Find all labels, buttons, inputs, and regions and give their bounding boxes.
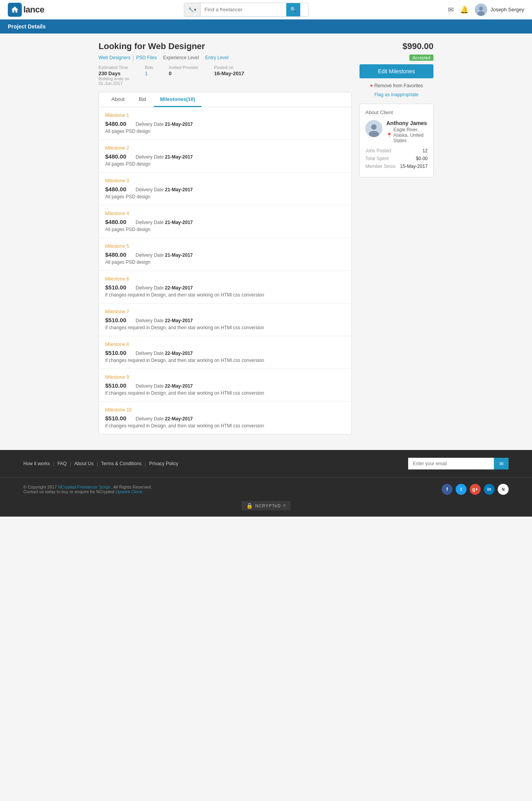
milestone-delivery: Delivery Date 21-May-2017 bbox=[136, 220, 193, 225]
milestone-amount: $480.00 bbox=[105, 120, 126, 127]
footer-links: How it works | FAQ | About Us | Terms & … bbox=[23, 461, 178, 467]
footer-top: How it works | FAQ | About Us | Terms & … bbox=[0, 450, 532, 478]
social-icons: f t g+ in N bbox=[442, 484, 509, 495]
tag-web-designers[interactable]: Web Designers bbox=[99, 55, 130, 60]
client-name: Anthony James bbox=[386, 120, 428, 126]
milestone-delivery: Delivery Date 22-May-2017 bbox=[136, 383, 193, 389]
milestone-item: Milestone 9 $510.00 Delivery Date 22-May… bbox=[99, 369, 351, 402]
milestone-description: All pages PSD design bbox=[105, 161, 345, 167]
milestone-description: All pages PSD design bbox=[105, 259, 345, 265]
project-price: $990.00 bbox=[402, 41, 433, 51]
stat-posted-on: Posted on 16-May-2017 bbox=[214, 65, 244, 86]
stat-estimated-time: Estimated Time 230 Days Bidding ends on … bbox=[99, 65, 129, 86]
milestone-amount: $510.00 bbox=[105, 415, 126, 422]
tab-header: About Bid Milestones(10) bbox=[99, 92, 351, 107]
ncrypted-social-icon[interactable]: N bbox=[498, 484, 509, 495]
google-plus-icon[interactable]: g+ bbox=[470, 484, 481, 495]
footer-privacy[interactable]: Privacy Policy bbox=[149, 461, 178, 466]
milestone-number: Milestone 10 bbox=[105, 407, 345, 413]
experience-label: Experience Level bbox=[163, 55, 199, 60]
tag-psd-files[interactable]: PSD Files bbox=[136, 55, 157, 60]
milestone-row: $510.00 Delivery Date 22-May-2017 bbox=[105, 284, 345, 291]
milestone-item: Milestone 8 $510.00 Delivery Date 22-May… bbox=[99, 336, 351, 369]
notifications-icon[interactable]: 🔔 bbox=[460, 5, 469, 14]
footer-about-us[interactable]: About Us bbox=[74, 461, 93, 466]
footer-email-input[interactable] bbox=[408, 458, 494, 469]
ncrypted-trademark: ® bbox=[283, 504, 286, 508]
milestone-row: $510.00 Delivery Date 22-May-2017 bbox=[105, 317, 345, 323]
experience-value: Entry Level bbox=[205, 55, 229, 60]
footer-terms[interactable]: Terms & Conditions bbox=[101, 461, 142, 466]
footer-bottom: © Copyright 2017 NCrypted Freelancer Scr… bbox=[0, 478, 532, 501]
project-meta: Web Designers | PSD Files Experience Lev… bbox=[99, 55, 352, 60]
logo-icon bbox=[8, 3, 22, 17]
facebook-icon[interactable]: f bbox=[442, 484, 453, 495]
milestone-item: Milestone 7 $510.00 Delivery Date 22-May… bbox=[99, 303, 351, 336]
twitter-icon[interactable]: t bbox=[456, 484, 467, 495]
milestone-item: Milestone 1 $480.00 Delivery Date 21-May… bbox=[99, 107, 351, 140]
milestone-number: Milestone 4 bbox=[105, 211, 345, 216]
footer-email-submit[interactable]: ✉ bbox=[494, 458, 509, 469]
milestone-description: if changes required in Design, and then … bbox=[105, 292, 345, 298]
tab-milestones[interactable]: Milestones(10) bbox=[154, 92, 201, 107]
avatar bbox=[475, 4, 487, 16]
footer-how-it-works[interactable]: How it works bbox=[23, 461, 50, 466]
milestone-number: Milestone 1 bbox=[105, 113, 345, 118]
client-avatar bbox=[365, 120, 382, 137]
stat-bids: Bids 1 bbox=[145, 65, 153, 86]
messages-icon[interactable]: ✉ bbox=[448, 5, 454, 14]
client-location: 📍 Eagle River, Alaska, United States bbox=[386, 127, 428, 143]
search-category-btn[interactable]: 🔧 ▾ bbox=[184, 3, 201, 16]
milestone-delivery: Delivery Date 21-May-2017 bbox=[136, 187, 193, 192]
ncrypted-script-link[interactable]: NCrypted Freelancer Script bbox=[58, 485, 110, 489]
stat-member-since: Member Since 15-May-2017 bbox=[365, 164, 428, 169]
project-title: Looking for Web Designer bbox=[99, 41, 205, 51]
milestone-row: $480.00 Delivery Date 21-May-2017 bbox=[105, 120, 345, 127]
svg-point-5 bbox=[369, 131, 379, 137]
milestone-amount: $510.00 bbox=[105, 284, 126, 291]
milestone-description: All pages PSD design bbox=[105, 129, 345, 134]
edit-milestones-button[interactable]: Edit Milestones bbox=[359, 64, 433, 78]
linkedin-icon[interactable]: in bbox=[484, 484, 495, 495]
client-details: Anthony James 📍 Eagle River, Alaska, Uni… bbox=[386, 120, 428, 143]
user-menu[interactable]: Joseph Sergey bbox=[475, 4, 524, 16]
remove-favorites-link[interactable]: ♥ Remove from Favorites bbox=[359, 83, 433, 88]
footer-ncrypted-badge: 🔒 NCRYPTeD ® bbox=[0, 501, 532, 517]
milestone-number: Milestone 6 bbox=[105, 276, 345, 282]
header: lance 🔧 ▾ 🔍 ✉ 🔔 Joseph Sergey bbox=[0, 0, 532, 19]
milestone-number: Milestone 2 bbox=[105, 145, 345, 151]
milestone-amount: $480.00 bbox=[105, 153, 126, 160]
tab-about[interactable]: About bbox=[105, 92, 131, 107]
milestone-amount: $510.00 bbox=[105, 349, 126, 356]
client-info: Anthony James 📍 Eagle River, Alaska, Uni… bbox=[365, 120, 428, 143]
milestones-list: Milestone 1 $480.00 Delivery Date 21-May… bbox=[99, 107, 351, 434]
search-bar: 🔧 ▾ 🔍 bbox=[184, 3, 308, 17]
search-button[interactable]: 🔍 bbox=[286, 3, 300, 16]
footer: How it works | FAQ | About Us | Terms & … bbox=[0, 450, 532, 517]
milestone-delivery: Delivery Date 22-May-2017 bbox=[136, 285, 193, 291]
milestone-row: $510.00 Delivery Date 22-May-2017 bbox=[105, 382, 345, 389]
tab-bid[interactable]: Bid bbox=[132, 92, 152, 107]
stat-total-spent: Total Spent $0.00 bbox=[365, 156, 428, 161]
logo[interactable]: lance bbox=[8, 3, 44, 17]
right-section: Accepted Edit Milestones ♥ Remove from F… bbox=[359, 55, 433, 177]
flag-inappropriate-link[interactable]: Flag as Inappropriate bbox=[374, 92, 418, 97]
milestone-amount: $480.00 bbox=[105, 219, 126, 225]
about-client-title: About Client bbox=[365, 109, 428, 115]
nav-bar: Project Details bbox=[0, 19, 532, 34]
upwork-clone-link[interactable]: Upwork Clone. bbox=[116, 489, 144, 494]
footer-email-form: ✉ bbox=[408, 458, 509, 469]
milestone-row: $510.00 Delivery Date 22-May-2017 bbox=[105, 349, 345, 356]
search-icon: 🔍 bbox=[290, 7, 297, 12]
milestone-number: Milestone 3 bbox=[105, 178, 345, 183]
ncrypted-text: NCRYPTeD bbox=[255, 503, 281, 508]
milestone-number: Milestone 8 bbox=[105, 342, 345, 347]
logo-text: lance bbox=[23, 5, 44, 15]
svg-point-4 bbox=[371, 124, 377, 130]
status-badge: Accepted bbox=[409, 55, 433, 61]
left-section: Web Designers | PSD Files Experience Lev… bbox=[99, 55, 352, 434]
search-input[interactable] bbox=[201, 3, 286, 16]
footer-faq[interactable]: FAQ bbox=[57, 461, 67, 466]
bids-link[interactable]: 1 bbox=[145, 71, 148, 76]
milestone-number: Milestone 7 bbox=[105, 309, 345, 314]
